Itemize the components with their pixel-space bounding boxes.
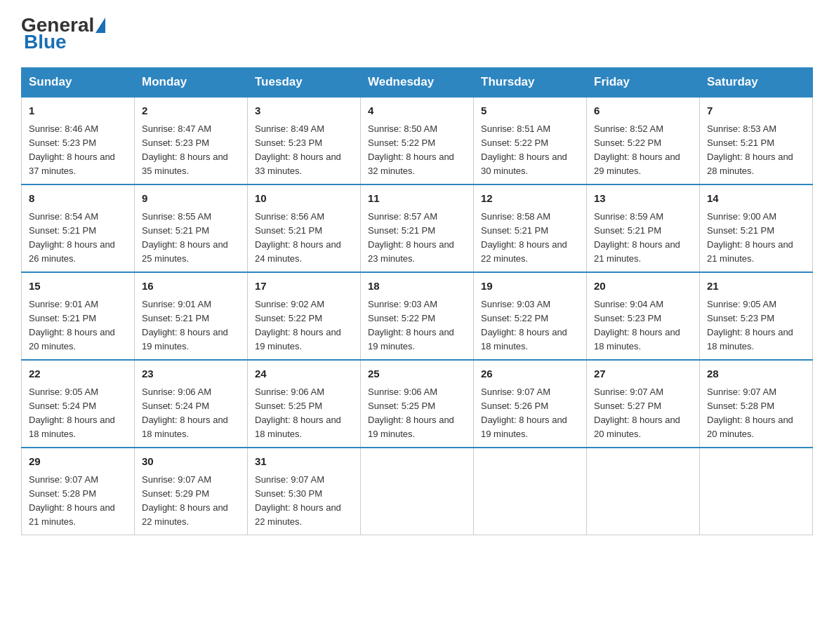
day-info: Sunrise: 9:07 AM Sunset: 5:27 PM Dayligh…: [594, 385, 692, 442]
calendar-table: SundayMondayTuesdayWednesdayThursdayFrid…: [21, 67, 813, 535]
weekday-header-sunday: Sunday: [22, 68, 135, 98]
day-number: 4: [368, 103, 466, 119]
day-info: Sunrise: 8:58 AM Sunset: 5:21 PM Dayligh…: [481, 210, 579, 267]
calendar-cell: 21 Sunrise: 9:05 AM Sunset: 5:23 PM Dayl…: [700, 272, 813, 360]
calendar-cell: 31 Sunrise: 9:07 AM Sunset: 5:30 PM Dayl…: [248, 448, 361, 535]
calendar-cell: 30 Sunrise: 9:07 AM Sunset: 5:29 PM Dayl…: [135, 448, 248, 535]
calendar-cell: 27 Sunrise: 9:07 AM Sunset: 5:27 PM Dayl…: [587, 360, 700, 448]
calendar-cell: [361, 448, 474, 535]
calendar-cell: 13 Sunrise: 8:59 AM Sunset: 5:21 PM Dayl…: [587, 185, 700, 272]
logo-triangle-icon: [95, 18, 105, 33]
day-number: 3: [255, 103, 353, 119]
day-number: 6: [594, 103, 692, 119]
calendar-cell: 11 Sunrise: 8:57 AM Sunset: 5:21 PM Dayl…: [361, 185, 474, 272]
day-number: 24: [255, 366, 353, 382]
day-number: 26: [481, 366, 579, 382]
weekday-header-monday: Monday: [135, 68, 248, 98]
day-number: 25: [368, 366, 466, 382]
day-number: 23: [142, 366, 240, 382]
day-number: 31: [255, 454, 353, 470]
calendar-cell: 17 Sunrise: 9:02 AM Sunset: 5:22 PM Dayl…: [248, 272, 361, 360]
week-row-3: 15 Sunrise: 9:01 AM Sunset: 5:21 PM Dayl…: [22, 272, 813, 360]
day-number: 22: [29, 366, 127, 382]
day-number: 10: [255, 191, 353, 207]
day-info: Sunrise: 9:03 AM Sunset: 5:22 PM Dayligh…: [368, 297, 466, 354]
day-info: Sunrise: 8:54 AM Sunset: 5:21 PM Dayligh…: [29, 210, 127, 267]
day-number: 2: [142, 103, 240, 119]
calendar-cell: 5 Sunrise: 8:51 AM Sunset: 5:22 PM Dayli…: [474, 97, 587, 185]
calendar-cell: 22 Sunrise: 9:05 AM Sunset: 5:24 PM Dayl…: [22, 360, 135, 448]
day-number: 12: [481, 191, 579, 207]
calendar-cell: 7 Sunrise: 8:53 AM Sunset: 5:21 PM Dayli…: [700, 97, 813, 185]
day-info: Sunrise: 9:06 AM Sunset: 5:25 PM Dayligh…: [255, 385, 353, 442]
day-info: Sunrise: 9:07 AM Sunset: 5:28 PM Dayligh…: [29, 473, 127, 530]
day-info: Sunrise: 9:06 AM Sunset: 5:24 PM Dayligh…: [142, 385, 240, 442]
calendar-cell: [474, 448, 587, 535]
day-number: 14: [707, 191, 805, 207]
day-number: 28: [707, 366, 805, 382]
weekday-header-tuesday: Tuesday: [248, 68, 361, 98]
week-row-1: 1 Sunrise: 8:46 AM Sunset: 5:23 PM Dayli…: [22, 97, 813, 185]
day-number: 29: [29, 454, 127, 470]
day-number: 15: [29, 279, 127, 295]
day-number: 21: [707, 279, 805, 295]
logo: General Blue: [21, 14, 107, 53]
calendar-cell: 29 Sunrise: 9:07 AM Sunset: 5:28 PM Dayl…: [22, 448, 135, 535]
week-row-5: 29 Sunrise: 9:07 AM Sunset: 5:28 PM Dayl…: [22, 448, 813, 535]
calendar-cell: 2 Sunrise: 8:47 AM Sunset: 5:23 PM Dayli…: [135, 97, 248, 185]
day-info: Sunrise: 8:56 AM Sunset: 5:21 PM Dayligh…: [255, 210, 353, 267]
calendar-cell: 28 Sunrise: 9:07 AM Sunset: 5:28 PM Dayl…: [700, 360, 813, 448]
day-info: Sunrise: 8:53 AM Sunset: 5:21 PM Dayligh…: [707, 122, 805, 179]
day-info: Sunrise: 9:02 AM Sunset: 5:22 PM Dayligh…: [255, 297, 353, 354]
calendar-cell: 20 Sunrise: 9:04 AM Sunset: 5:23 PM Dayl…: [587, 272, 700, 360]
weekday-header-thursday: Thursday: [474, 68, 587, 98]
calendar-cell: 24 Sunrise: 9:06 AM Sunset: 5:25 PM Dayl…: [248, 360, 361, 448]
day-info: Sunrise: 8:50 AM Sunset: 5:22 PM Dayligh…: [368, 122, 466, 179]
day-info: Sunrise: 9:07 AM Sunset: 5:28 PM Dayligh…: [707, 385, 805, 442]
day-info: Sunrise: 8:46 AM Sunset: 5:23 PM Dayligh…: [29, 122, 127, 179]
page-header: General Blue: [21, 14, 813, 53]
day-info: Sunrise: 9:06 AM Sunset: 5:25 PM Dayligh…: [368, 385, 466, 442]
calendar-cell: 4 Sunrise: 8:50 AM Sunset: 5:22 PM Dayli…: [361, 97, 474, 185]
calendar-cell: 6 Sunrise: 8:52 AM Sunset: 5:22 PM Dayli…: [587, 97, 700, 185]
weekday-header-saturday: Saturday: [700, 68, 813, 98]
day-info: Sunrise: 8:47 AM Sunset: 5:23 PM Dayligh…: [142, 122, 240, 179]
day-info: Sunrise: 9:00 AM Sunset: 5:21 PM Dayligh…: [707, 210, 805, 267]
week-row-4: 22 Sunrise: 9:05 AM Sunset: 5:24 PM Dayl…: [22, 360, 813, 448]
day-number: 30: [142, 454, 240, 470]
weekday-header-friday: Friday: [587, 68, 700, 98]
day-info: Sunrise: 9:03 AM Sunset: 5:22 PM Dayligh…: [481, 297, 579, 354]
day-number: 16: [142, 279, 240, 295]
day-number: 27: [594, 366, 692, 382]
day-info: Sunrise: 9:01 AM Sunset: 5:21 PM Dayligh…: [142, 297, 240, 354]
day-info: Sunrise: 8:57 AM Sunset: 5:21 PM Dayligh…: [368, 210, 466, 267]
calendar-cell: 3 Sunrise: 8:49 AM Sunset: 5:23 PM Dayli…: [248, 97, 361, 185]
calendar-cell: 10 Sunrise: 8:56 AM Sunset: 5:21 PM Dayl…: [248, 185, 361, 272]
day-number: 8: [29, 191, 127, 207]
day-info: Sunrise: 8:59 AM Sunset: 5:21 PM Dayligh…: [594, 210, 692, 267]
calendar-cell: 23 Sunrise: 9:06 AM Sunset: 5:24 PM Dayl…: [135, 360, 248, 448]
day-info: Sunrise: 8:49 AM Sunset: 5:23 PM Dayligh…: [255, 122, 353, 179]
day-info: Sunrise: 9:07 AM Sunset: 5:29 PM Dayligh…: [142, 473, 240, 530]
calendar-cell: 8 Sunrise: 8:54 AM Sunset: 5:21 PM Dayli…: [22, 185, 135, 272]
logo-blue-text: Blue: [24, 31, 67, 53]
calendar-cell: [700, 448, 813, 535]
day-number: 11: [368, 191, 466, 207]
calendar-cell: 14 Sunrise: 9:00 AM Sunset: 5:21 PM Dayl…: [700, 185, 813, 272]
day-info: Sunrise: 8:51 AM Sunset: 5:22 PM Dayligh…: [481, 122, 579, 179]
day-number: 17: [255, 279, 353, 295]
calendar-cell: 16 Sunrise: 9:01 AM Sunset: 5:21 PM Dayl…: [135, 272, 248, 360]
week-row-2: 8 Sunrise: 8:54 AM Sunset: 5:21 PM Dayli…: [22, 185, 813, 272]
day-info: Sunrise: 9:04 AM Sunset: 5:23 PM Dayligh…: [594, 297, 692, 354]
day-info: Sunrise: 9:05 AM Sunset: 5:23 PM Dayligh…: [707, 297, 805, 354]
day-info: Sunrise: 9:07 AM Sunset: 5:30 PM Dayligh…: [255, 473, 353, 530]
day-number: 19: [481, 279, 579, 295]
day-info: Sunrise: 9:05 AM Sunset: 5:24 PM Dayligh…: [29, 385, 127, 442]
calendar-cell: 26 Sunrise: 9:07 AM Sunset: 5:26 PM Dayl…: [474, 360, 587, 448]
weekday-header-wednesday: Wednesday: [361, 68, 474, 98]
day-number: 9: [142, 191, 240, 207]
day-info: Sunrise: 8:52 AM Sunset: 5:22 PM Dayligh…: [594, 122, 692, 179]
day-info: Sunrise: 9:07 AM Sunset: 5:26 PM Dayligh…: [481, 385, 579, 442]
calendar-cell: 18 Sunrise: 9:03 AM Sunset: 5:22 PM Dayl…: [361, 272, 474, 360]
day-info: Sunrise: 9:01 AM Sunset: 5:21 PM Dayligh…: [29, 297, 127, 354]
